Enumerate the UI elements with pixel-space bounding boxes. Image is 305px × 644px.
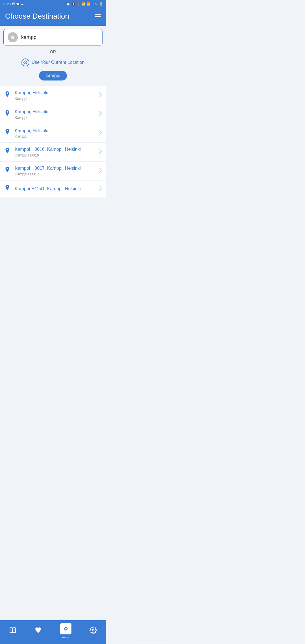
svg-point-7 <box>7 111 8 113</box>
pin-icon <box>4 147 11 156</box>
result-text: Kamppi H1241, Kamppi, Helsinki <box>15 186 97 192</box>
result-title: Kamppi H0017, Kamppi, Helsinki <box>15 166 97 171</box>
results-list: Kamppi, Helsinki Kamppi Kamppi, Helsinki… <box>0 86 106 197</box>
status-icon-msg: 💬 <box>16 3 19 6</box>
search-tag-container: kamppi <box>0 71 106 86</box>
result-subtitle: Kamppi <box>15 134 97 138</box>
svg-point-6 <box>7 92 8 94</box>
or-divider: OR <box>0 45 106 56</box>
list-item[interactable]: Kamppi H0016, Kamppi, Helsinki Kamppi H0… <box>0 143 106 162</box>
search-box: B <box>3 29 103 45</box>
list-item[interactable]: Kamppi H0017, Kamppi, Helsinki Kamppi H0… <box>0 162 106 180</box>
list-item[interactable]: Kamppi, Helsinki Kamppi <box>0 86 106 105</box>
status-alarm-icon: ⏰ <box>66 2 70 6</box>
current-location-label: Use Your Current Location <box>32 60 85 65</box>
result-text: Kamppi, Helsinki Kamppi <box>15 90 97 101</box>
result-subtitle: Kamppi <box>15 97 97 101</box>
pin-icon <box>4 166 11 175</box>
chevron-right-icon <box>99 186 102 192</box>
result-subtitle: Kamppi H0017 <box>15 172 97 176</box>
result-title: Kamppi, Helsinki <box>15 128 97 134</box>
status-icon-cloud: ☁ <box>21 3 23 6</box>
status-bar: 10:20 🖼 💬 ☁ ● ⏰ 🔇 📍 📶 📶 52% 🔋 <box>0 0 106 8</box>
list-item[interactable]: Kamppi, Helsinki Kamppi <box>0 124 106 143</box>
status-mute-icon: 🔇 <box>71 2 75 6</box>
chevron-right-icon <box>99 168 102 174</box>
chevron-right-icon <box>99 111 102 118</box>
search-badge: B <box>8 32 18 42</box>
status-battery-icon: 🔋 <box>99 2 103 6</box>
result-subtitle: Kamppi H0016 <box>15 153 97 157</box>
result-text: Kamppi, Helsinki Kamppi <box>15 128 97 139</box>
chevron-right-icon <box>99 149 102 155</box>
pin-icon <box>4 184 11 193</box>
svg-point-11 <box>7 186 8 187</box>
status-right: ⏰ 🔇 📍 📶 📶 52% 🔋 <box>66 2 103 6</box>
pin-icon <box>4 129 11 138</box>
status-time: 10:20 <box>3 2 11 6</box>
result-title: Kamppi, Helsinki <box>15 90 97 96</box>
status-left: 10:20 🖼 💬 ☁ ● <box>3 2 25 6</box>
status-wifi-icon: 📶 <box>82 2 86 6</box>
status-signal-icon: 📶 <box>87 2 91 6</box>
chevron-right-icon <box>99 130 102 136</box>
pin-icon <box>4 91 11 100</box>
svg-point-8 <box>7 130 8 132</box>
menu-button[interactable] <box>95 14 101 18</box>
status-location-icon: 📍 <box>77 2 80 6</box>
search-input[interactable] <box>21 34 98 40</box>
result-text: Kamppi, Helsinki Kamppi <box>15 109 97 120</box>
result-text: Kamppi H0016, Kamppi, Helsinki Kamppi H0… <box>15 147 97 157</box>
chevron-right-icon <box>99 92 102 99</box>
use-current-location-button[interactable]: Use Your Current Location <box>0 56 106 71</box>
svg-point-1 <box>25 62 26 63</box>
status-dot: ● <box>25 3 26 5</box>
status-icon-image: 🖼 <box>12 2 15 6</box>
svg-point-10 <box>7 168 8 169</box>
result-text: Kamppi H0017, Kamppi, Helsinki Kamppi H0… <box>15 166 97 176</box>
result-title: Kamppi H0016, Kamppi, Helsinki <box>15 147 97 153</box>
svg-point-9 <box>7 149 8 150</box>
result-title: Kamppi, Helsinki <box>15 109 97 115</box>
search-tag[interactable]: kamppi <box>39 71 67 80</box>
result-subtitle: Kamppi <box>15 116 97 120</box>
result-title: Kamppi H1241, Kamppi, Helsinki <box>15 186 97 192</box>
page-title: Choose Destination <box>5 12 69 21</box>
list-item[interactable]: Kamppi, Helsinki Kamppi <box>0 105 106 124</box>
current-location-icon <box>21 58 29 66</box>
pin-icon <box>4 110 11 119</box>
list-item[interactable]: Kamppi H1241, Kamppi, Helsinki <box>0 180 106 197</box>
status-battery: 52% <box>92 2 98 6</box>
header: Choose Destination <box>0 8 106 26</box>
